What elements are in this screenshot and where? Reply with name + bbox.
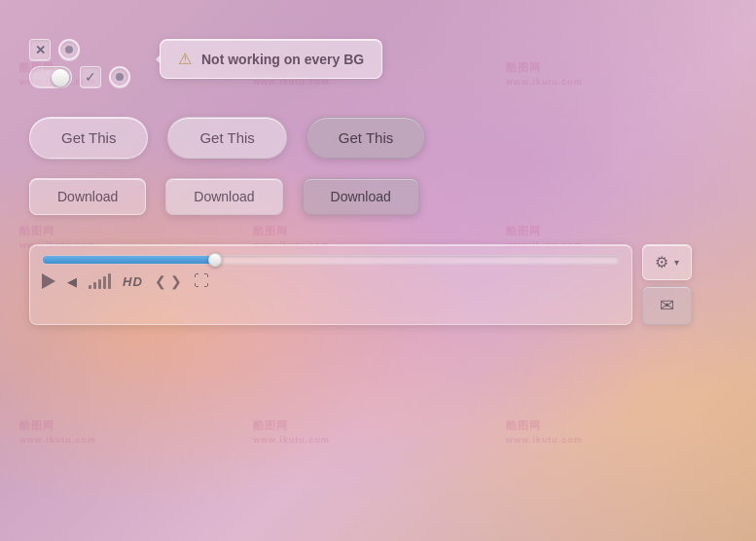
tooltip: ⚠ Not working on every BG xyxy=(160,39,382,79)
row-get-this: Get This Get This Get This xyxy=(29,117,425,159)
hd-badge: HD xyxy=(123,274,143,289)
close-button[interactable]: ✕ xyxy=(29,39,51,60)
radio-button-2[interactable] xyxy=(109,66,130,88)
row-controls: ✕ ✓ ⚠ Not working on every BG xyxy=(29,39,727,88)
controls-row-1: ✕ xyxy=(29,39,130,60)
vol-bar-1 xyxy=(89,285,91,289)
mail-button[interactable]: ✉ xyxy=(642,286,692,325)
tooltip-text: Not working on every BG xyxy=(201,52,364,67)
play-icon xyxy=(42,273,55,289)
ui-container: ✕ ✓ ⚠ Not working on every BG xyxy=(0,0,756,541)
vol-bar-5 xyxy=(108,273,111,289)
player-controls: ◀ HD ❮ ❯ ⛶ xyxy=(42,272,620,290)
share-button[interactable]: ❮ ❯ xyxy=(155,273,182,289)
warning-icon: ⚠ xyxy=(178,50,192,68)
download-button-3[interactable]: Download xyxy=(303,178,419,215)
get-this-button-2[interactable]: Get This xyxy=(167,117,286,159)
play-button[interactable] xyxy=(42,273,55,289)
download-button-2[interactable]: Download xyxy=(165,178,282,215)
controls-row-2: ✓ xyxy=(29,66,130,88)
progress-thumb[interactable] xyxy=(208,253,222,267)
settings-button[interactable]: ⚙ ▾ xyxy=(642,244,692,280)
row-media: ◀ HD ❮ ❯ ⛶ xyxy=(29,244,692,325)
radio-button-1[interactable] xyxy=(58,39,80,60)
get-this-button-1[interactable]: Get This xyxy=(29,117,148,159)
vol-bar-3 xyxy=(98,279,101,289)
toggle-switch[interactable] xyxy=(29,66,72,88)
vol-bar-4 xyxy=(103,276,106,289)
volume-icon: ◀ xyxy=(67,274,77,289)
radio-inner-2 xyxy=(116,73,124,81)
expand-button[interactable]: ⛶ xyxy=(194,272,209,290)
settings-panel: ⚙ ▾ ✉ xyxy=(642,244,692,325)
media-player: ◀ HD ❮ ❯ ⛶ xyxy=(29,244,632,325)
toggle-knob xyxy=(52,69,69,87)
download-button-1[interactable]: Download xyxy=(29,178,146,215)
progress-bar-container xyxy=(42,255,620,265)
chevron-down-icon: ▾ xyxy=(674,257,679,268)
radio-inner-1 xyxy=(65,46,73,54)
vol-bar-2 xyxy=(93,282,96,289)
progress-fill xyxy=(43,256,216,264)
progress-track[interactable] xyxy=(42,255,620,265)
controls-panel: ✕ ✓ xyxy=(29,39,130,88)
row-download: Download Download Download xyxy=(29,178,419,215)
volume-bars xyxy=(89,273,111,289)
checkbox-button[interactable]: ✓ xyxy=(80,66,101,88)
gear-icon: ⚙ xyxy=(655,253,668,271)
volume-control[interactable]: ◀ xyxy=(67,274,77,289)
get-this-button-3[interactable]: Get This xyxy=(306,117,425,159)
mail-icon: ✉ xyxy=(660,295,674,316)
